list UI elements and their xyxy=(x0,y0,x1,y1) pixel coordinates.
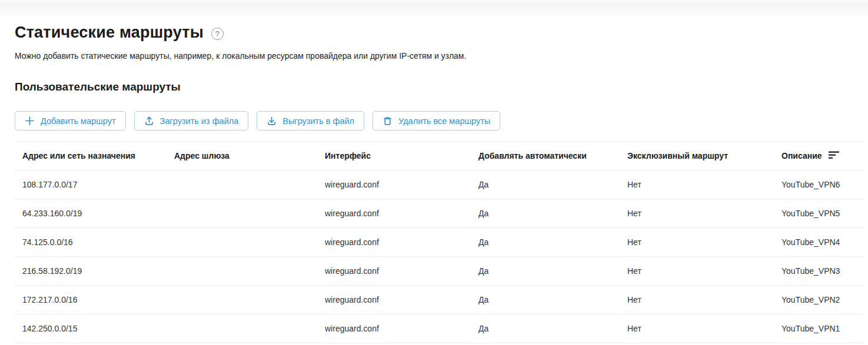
cell-auto-add: Да xyxy=(471,314,620,343)
cell-auto-add: Да xyxy=(471,170,620,199)
routes-table-body: 108.177.0.0/17 wireguard.conf Да Нет You… xyxy=(15,170,863,343)
cell-destination: 142.250.0.0/15 xyxy=(15,314,167,343)
column-header-interface: Интерфейс xyxy=(317,142,471,170)
cell-interface: wireguard.conf xyxy=(317,199,471,228)
plus-icon xyxy=(25,116,35,126)
cell-gateway xyxy=(167,228,317,257)
column-header-auto-add: Добавлять автоматически xyxy=(471,142,620,170)
column-header-destination: Адрес или сеть назначения xyxy=(15,142,167,170)
cell-destination: 216.58.192.0/19 xyxy=(15,257,167,286)
load-from-file-label: Загрузить из файла xyxy=(160,116,239,126)
cell-gateway xyxy=(167,199,317,228)
download-icon xyxy=(267,116,277,126)
cell-gateway xyxy=(167,286,317,314)
cell-description: YouTube_VPN5 xyxy=(774,199,863,228)
trash-icon xyxy=(383,116,393,126)
cell-exclusive: Нет xyxy=(620,228,774,257)
cell-destination: 64.233.160.0/19 xyxy=(15,199,167,228)
cell-description: YouTube_VPN1 xyxy=(774,314,863,343)
cell-interface: wireguard.conf xyxy=(317,314,471,343)
export-to-file-label: Выгрузить в файл xyxy=(282,116,354,126)
static-routes-page: Статические маршруты ? Можно добавить ст… xyxy=(0,0,868,343)
routes-table-container: Адрес или сеть назначения Адрес шлюза Ин… xyxy=(15,141,863,343)
page-description: Можно добавить статические маршруты, нап… xyxy=(15,51,863,61)
section-title-user-routes: Пользовательские маршруты xyxy=(15,81,863,93)
cell-gateway xyxy=(167,257,317,286)
delete-all-routes-label: Удалить все маршруты xyxy=(398,116,490,126)
cell-gateway xyxy=(167,170,317,199)
cell-description: YouTube_VPN3 xyxy=(774,257,863,286)
routes-toolbar: Добавить маршрут Загрузить из файла xyxy=(15,111,863,130)
cell-exclusive: Нет xyxy=(620,257,774,286)
cell-exclusive: Нет xyxy=(620,170,774,199)
column-header-exclusive: Эксклюзивный маршрут xyxy=(620,142,774,170)
cell-destination: 74.125.0.0/16 xyxy=(15,228,167,257)
cell-interface: wireguard.conf xyxy=(317,286,471,314)
table-row[interactable]: 216.58.192.0/19 wireguard.conf Да Нет Yo… xyxy=(15,257,863,286)
column-header-description: Описание xyxy=(774,142,863,170)
cell-exclusive: Нет xyxy=(620,199,774,228)
cell-auto-add: Да xyxy=(471,286,620,314)
table-row[interactable]: 172.217.0.0/16 wireguard.conf Да Нет You… xyxy=(15,286,863,314)
cell-exclusive: Нет xyxy=(620,314,774,343)
page-header: Статические маршруты ? xyxy=(15,24,863,41)
column-header-description-label: Описание xyxy=(781,151,822,160)
cell-interface: wireguard.conf xyxy=(317,170,471,199)
cell-description: YouTube_VPN4 xyxy=(774,228,863,257)
routes-table: Адрес или сеть назначения Адрес шлюза Ин… xyxy=(15,141,863,343)
cell-interface: wireguard.conf xyxy=(317,228,471,257)
add-route-label: Добавить маршрут xyxy=(41,116,116,126)
cell-exclusive: Нет xyxy=(620,286,774,314)
export-to-file-button[interactable]: Выгрузить в файл xyxy=(257,111,364,130)
cell-auto-add: Да xyxy=(471,228,620,257)
table-header-row: Адрес или сеть назначения Адрес шлюза Ин… xyxy=(15,142,863,170)
cell-interface: wireguard.conf xyxy=(317,257,471,286)
cell-destination: 172.217.0.0/16 xyxy=(15,286,167,314)
delete-all-routes-button[interactable]: Удалить все маршруты xyxy=(373,111,500,130)
column-header-gateway: Адрес шлюза xyxy=(167,142,317,170)
add-route-button[interactable]: Добавить маршрут xyxy=(15,111,126,130)
page-title: Статические маршруты xyxy=(15,24,204,41)
table-row[interactable]: 108.177.0.0/17 wireguard.conf Да Нет You… xyxy=(15,170,863,199)
help-icon[interactable]: ? xyxy=(211,28,224,40)
table-row[interactable]: 64.233.160.0/19 wireguard.conf Да Нет Yo… xyxy=(15,199,863,228)
table-row[interactable]: 142.250.0.0/15 wireguard.conf Да Нет You… xyxy=(15,314,863,343)
table-row[interactable]: 74.125.0.0/16 wireguard.conf Да Нет YouT… xyxy=(15,228,863,257)
cell-gateway xyxy=(167,314,317,343)
sort-lines-icon[interactable] xyxy=(829,151,840,161)
load-from-file-button[interactable]: Загрузить из файла xyxy=(134,111,249,130)
upload-icon xyxy=(144,116,154,126)
cell-destination: 108.177.0.0/17 xyxy=(15,170,167,199)
cell-description: YouTube_VPN6 xyxy=(774,170,863,199)
cell-auto-add: Да xyxy=(471,257,620,286)
cell-auto-add: Да xyxy=(471,199,620,228)
cell-description: YouTube_VPN2 xyxy=(774,286,863,314)
